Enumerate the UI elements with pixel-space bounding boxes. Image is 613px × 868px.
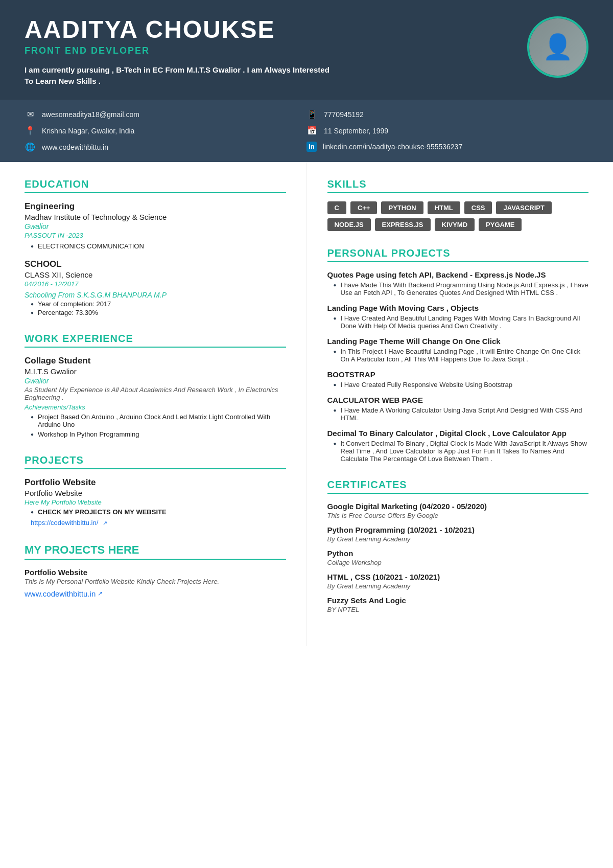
cert-item-1: Python Programming (10/2021 - 10/2021) B… xyxy=(327,526,589,543)
projects-title: PROJECTS xyxy=(25,454,286,469)
contact-dob: 📅 11 September, 1999 xyxy=(306,125,588,136)
candidate-name: AADITYA CHOUKSE xyxy=(25,16,511,43)
schooling-from: Schooling From S.K.S.G.M BHANPURA M.P xyxy=(25,291,286,299)
work-location: Gwalior xyxy=(25,377,286,385)
header-left: AADITYA CHOUKSE FRONT END DEVLOPER I am … xyxy=(25,16,511,87)
email-icon: ✉ xyxy=(25,109,36,120)
skill-css: CSS xyxy=(464,201,492,214)
cert-item-0: Google Digital Marketing (04/2020 - 05/2… xyxy=(327,502,589,519)
work-task-1: Project Based On Arduino , Arduino Clock… xyxy=(31,413,286,428)
pp-item-5: It Convert Decimal To Binary , Digital C… xyxy=(334,440,589,463)
pp-list-4: I Have Made A Working Calculator Using J… xyxy=(327,406,589,422)
edu-degree: Engineering xyxy=(25,201,286,212)
contact-bar: ✉ awesomeaditya18@gmail.com 📍 Krishna Na… xyxy=(0,100,613,162)
location-text: Krishna Nagar, Gwalior, India xyxy=(42,127,134,135)
school-completion: Year of completion: 2017 Percentage: 73.… xyxy=(25,300,286,316)
school-percentage: Percentage: 73.30% xyxy=(31,309,286,316)
cert-name-4: Fuzzy Sets And Logic xyxy=(327,596,589,605)
skill-nodejs: NODE.JS xyxy=(327,218,371,231)
work-company: Collage Student xyxy=(25,356,286,366)
work-desc: As Student My Experience Is All About Ac… xyxy=(25,386,286,401)
edu-date: PASSOUT IN -2023 xyxy=(25,232,286,239)
my-projects-here-section: MY PROJECTS HERE Portfolio Website This … xyxy=(25,543,286,598)
myproj-desc: This Is My Personal Portfolio Website Ki… xyxy=(25,578,286,585)
avatar-image: 👤 xyxy=(529,18,586,76)
skill-python: PYTHON xyxy=(381,201,423,214)
project-item-1: CHECK MY PROJECTS ON MY WEBSITE xyxy=(31,508,286,516)
cert-item-4: Fuzzy Sets And Logic BY NPTEL xyxy=(327,596,589,613)
pp-title-5: Decimal To Binary Calculator , Digital C… xyxy=(327,429,589,438)
contact-right: 📱 7770945192 📅 11 September, 1999 in lin… xyxy=(306,109,588,153)
skills-title: SKILLS xyxy=(327,178,589,193)
cert-item-3: HTML , CSS (10/2021 - 10/2021) By Great … xyxy=(327,573,589,590)
school-label: SCHOOL xyxy=(25,259,286,269)
work-achievements-label: Achievements/Tasks xyxy=(25,403,286,411)
cert-issuer-1: By Great Learning Academy xyxy=(327,535,589,543)
education-title: EDUCATION xyxy=(25,178,286,193)
work-org: M.I.T.S Gwalior xyxy=(25,367,286,376)
school-year: Year of completion: 2017 xyxy=(31,300,286,308)
project-items: CHECK MY PROJECTS ON MY WEBSITE xyxy=(25,508,286,516)
candidate-bio: I am currently pursuing , B-Tech in EC F… xyxy=(25,64,331,87)
cert-issuer-4: BY NPTEL xyxy=(327,606,589,613)
edu-location: Gwalior xyxy=(25,222,286,231)
website-text: www.codewithbittu.in xyxy=(42,143,108,151)
skills-container: C C++ PYTHON HTML CSS JAVASCRIPT NODE.JS… xyxy=(327,201,589,231)
avatar: 👤 xyxy=(527,16,588,78)
email-text: awesomeaditya18@gmail.com xyxy=(42,110,139,119)
pp-title-4: CALCULATOR WEB PAGE xyxy=(327,396,589,404)
projects-label: Portfolio Website xyxy=(25,477,286,488)
personal-projects-section: PERSONAL PROJECTS Quotes Page using fetc… xyxy=(327,247,589,463)
skill-cpp: C++ xyxy=(350,201,378,214)
project-name: Portfolio Website xyxy=(25,489,286,497)
location-icon: 📍 xyxy=(25,125,36,136)
cert-name-3: HTML , CSS (10/2021 - 10/2021) xyxy=(327,573,589,581)
contact-website: 🌐 www.codewithbittu.in xyxy=(25,142,306,153)
phone-text: 7770945192 xyxy=(324,110,364,119)
school-class: CLASS XII, Science xyxy=(25,270,286,279)
header: AADITYA CHOUKSE FRONT END DEVLOPER I am … xyxy=(0,0,613,100)
contact-location: 📍 Krishna Nagar, Gwalior, India xyxy=(25,125,306,136)
school-date: 04/2016 - 12/2017 xyxy=(25,280,286,288)
left-column: EDUCATION Engineering Madhav Institute o… xyxy=(0,162,307,646)
cert-name-2: Python xyxy=(327,549,589,558)
my-projects-here-title: MY PROJECTS HERE xyxy=(25,543,286,560)
myproj-url[interactable]: www.codewithbittu.in xyxy=(25,589,96,598)
pp-list-2: In This Project I Have Beautiful Landing… xyxy=(327,348,589,363)
cert-name-0: Google Digital Marketing (04/2020 - 05/2… xyxy=(327,502,589,511)
cert-issuer-2: Collage Workshop xyxy=(327,559,589,566)
candidate-title: FRONT END DEVLOPER xyxy=(25,45,511,56)
pp-list-0: I have Made This With Backend Programmin… xyxy=(327,281,589,296)
edu-school: Madhav Institute of Technology & Science xyxy=(25,213,286,221)
skills-section: SKILLS C C++ PYTHON HTML CSS JAVASCRIPT … xyxy=(327,178,589,231)
pp-list-1: I Have Created And Beautiful Landing Pag… xyxy=(327,314,589,330)
pp-list-5: It Convert Decimal To Binary , Digital C… xyxy=(327,440,589,463)
dob-text: 11 September, 1999 xyxy=(324,127,388,135)
cert-issuer-3: By Great Learning Academy xyxy=(327,582,589,590)
main-content: EDUCATION Engineering Madhav Institute o… xyxy=(0,162,613,646)
skill-pygame: PYGAME xyxy=(479,218,522,231)
skill-javascript: JAVASCRIPT xyxy=(496,201,551,214)
certificates-section: CERTIFICATES Google Digital Marketing (0… xyxy=(327,479,589,613)
cert-name-1: Python Programming (10/2021 - 10/2021) xyxy=(327,526,589,534)
skill-html: HTML xyxy=(428,201,460,214)
myproj-url-container: www.codewithbittu.in ↗ xyxy=(25,589,286,598)
pp-item-3: I Have Created Fully Responsive Website … xyxy=(334,381,589,389)
skill-kivymd: KIVYMD xyxy=(435,218,475,231)
linkedin-icon: in xyxy=(306,142,317,152)
work-experience-section: WORK EXPERIENCE Collage Student M.I.T.S … xyxy=(25,333,286,438)
pp-item-1: I Have Created And Beautiful Landing Pag… xyxy=(334,314,589,330)
skill-c: C xyxy=(327,201,346,214)
project-link[interactable]: https://codewithbittu.in/ xyxy=(31,519,98,527)
pp-title-0: Quotes Page using fetch API, Backend - E… xyxy=(327,270,589,279)
cert-issuer-0: This Is Free Course Offers By Google xyxy=(327,512,589,519)
myproj-name: Portfolio Website xyxy=(25,568,286,577)
pp-item-4: I Have Made A Working Calculator Using J… xyxy=(334,406,589,422)
website-icon: 🌐 xyxy=(25,142,36,153)
contact-left: ✉ awesomeaditya18@gmail.com 📍 Krishna Na… xyxy=(25,109,306,153)
skill-expressjs: EXPRESS.JS xyxy=(375,218,431,231)
personal-projects-title: PERSONAL PROJECTS xyxy=(327,247,589,262)
work-task-2: Workshop In Python Programming xyxy=(31,430,286,438)
pp-title-3: BOOTSTRAP xyxy=(327,370,589,379)
cert-item-2: Python Collage Workshop xyxy=(327,549,589,566)
